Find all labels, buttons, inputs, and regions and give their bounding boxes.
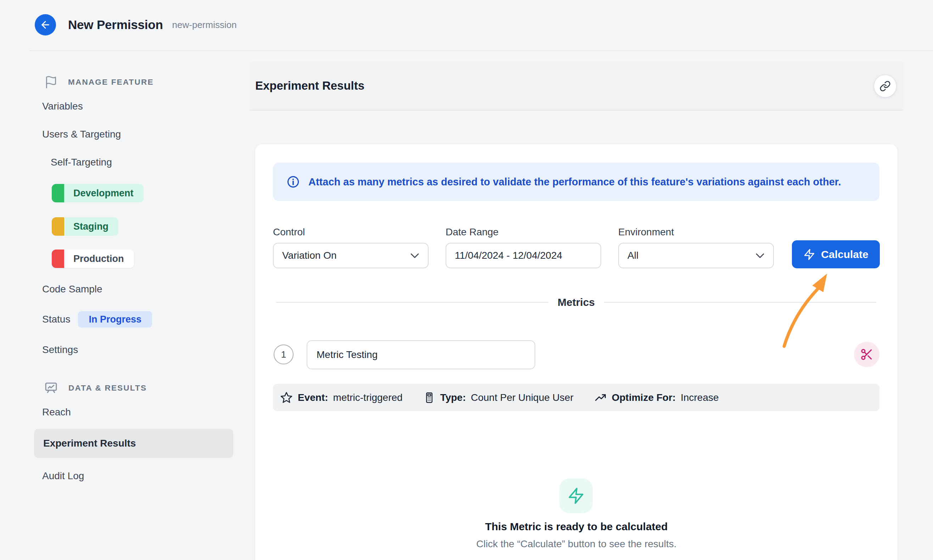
type-label: Type: <box>440 392 466 403</box>
sidebar-section-label: DATA & RESULTS <box>68 383 147 393</box>
panel-header: Experiment Results <box>249 62 903 111</box>
metric-name-input[interactable] <box>306 340 535 369</box>
chevron-down-icon <box>410 253 419 258</box>
sidebar-item-self-targeting[interactable]: Self-Targeting <box>51 157 112 168</box>
control-select-value: Variation On <box>282 250 337 261</box>
environment-select-value: All <box>627 250 639 261</box>
environment-label: Production <box>64 249 134 268</box>
flag-icon <box>44 75 58 89</box>
metric-index-badge: 1 <box>274 345 294 365</box>
sidebar-item-reach[interactable]: Reach <box>42 406 71 418</box>
sidebar: MANAGE FEATURE Variables Users & Targeti… <box>0 0 248 560</box>
sidebar-item-settings[interactable]: Settings <box>42 344 78 355</box>
metric-type-group: Type: Count Per Unique User <box>423 392 574 404</box>
trending-up-icon <box>594 391 607 404</box>
metric-optimize-group: Optimize For: Increase <box>594 391 719 404</box>
sidebar-section-label: MANAGE FEATURE <box>68 78 154 87</box>
lightning-bolt-icon <box>567 487 585 505</box>
sidebar-item-label: Experiment Results <box>43 438 136 449</box>
empty-state-title: This Metric is ready to be calculated <box>255 521 898 533</box>
chevron-down-icon <box>755 253 765 258</box>
metric-details-bar: Event: metric-triggered Type: Count Per … <box>273 384 879 411</box>
environment-label: Environment <box>618 227 674 237</box>
status-label: Status <box>42 314 70 325</box>
event-value: metric-triggered <box>333 392 403 403</box>
copy-link-button[interactable] <box>874 75 896 97</box>
experiment-results-card: Attach as many metrics as desired to val… <box>255 144 898 560</box>
calculate-button[interactable]: Calculate <box>792 240 880 268</box>
sidebar-section-manage-feature: MANAGE FEATURE <box>44 75 154 89</box>
environment-badge-staging[interactable]: Staging <box>52 217 119 236</box>
scissors-icon <box>860 348 873 361</box>
sidebar-status-row: Status In Progress <box>42 311 152 328</box>
environment-select[interactable]: All <box>618 243 774 268</box>
sidebar-item-users-targeting[interactable]: Users & Targeting <box>42 129 121 140</box>
sidebar-item-audit-log[interactable]: Audit Log <box>42 470 84 482</box>
ready-lightning-badge <box>559 478 593 513</box>
sidebar-item-code-sample[interactable]: Code Sample <box>42 283 102 295</box>
link-icon <box>879 80 891 92</box>
type-value: Count Per Unique User <box>471 392 573 403</box>
calculator-icon <box>423 392 435 404</box>
panel-title: Experiment Results <box>255 79 365 92</box>
info-banner: Attach as many metrics as desired to val… <box>273 163 879 201</box>
metric-index-number: 1 <box>281 349 286 360</box>
environment-badge-development[interactable]: Development <box>52 184 143 202</box>
lightning-bolt-icon <box>803 248 815 260</box>
divider-line <box>604 302 876 303</box>
environment-color-bar <box>52 249 64 268</box>
sidebar-item-experiment-results[interactable]: Experiment Results <box>34 429 233 458</box>
sidebar-section-data-results: DATA & RESULTS <box>44 381 147 395</box>
info-icon <box>286 175 300 189</box>
metric-event-group: Event: metric-triggered <box>280 391 403 404</box>
optimize-label: Optimize For: <box>612 392 676 403</box>
info-banner-text: Attach as many metrics as desired to val… <box>308 176 841 188</box>
optimize-value: Increase <box>681 392 719 403</box>
environment-label: Development <box>64 184 143 202</box>
presentation-chart-icon <box>44 381 59 395</box>
metrics-divider-label: Metrics <box>557 296 595 308</box>
remove-metric-button[interactable] <box>854 342 879 367</box>
date-range-input[interactable] <box>446 243 601 268</box>
divider-line <box>276 302 548 303</box>
environment-color-bar <box>52 217 64 236</box>
date-range-label: Date Range <box>446 227 499 237</box>
control-label: Control <box>273 227 305 237</box>
event-label: Event: <box>298 392 328 403</box>
environment-label: Staging <box>64 217 119 236</box>
environment-color-bar <box>52 184 64 202</box>
empty-state-subtitle: Click the “Calculate” button to see the … <box>255 538 898 550</box>
environment-badge-production[interactable]: Production <box>52 249 134 268</box>
calculate-button-label: Calculate <box>821 248 868 260</box>
star-icon <box>280 391 293 404</box>
sidebar-item-variables[interactable]: Variables <box>42 101 83 112</box>
metrics-divider: Metrics <box>276 296 876 308</box>
control-select[interactable]: Variation On <box>273 243 429 268</box>
status-badge[interactable]: In Progress <box>78 311 152 328</box>
